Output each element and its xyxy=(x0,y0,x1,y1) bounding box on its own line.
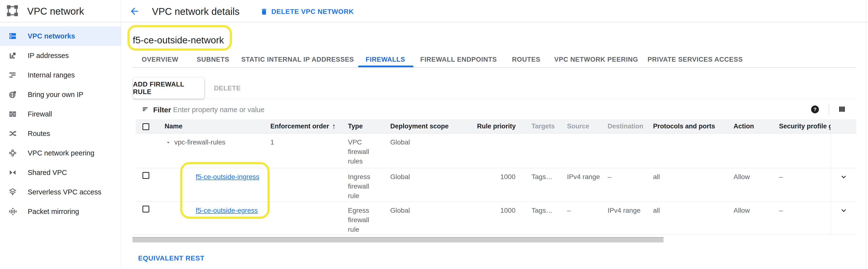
sidebar-item-internal-ranges[interactable]: Internal ranges xyxy=(0,65,121,85)
delete-vpc-network-label: DELETE VPC NETWORK xyxy=(271,8,354,16)
delete-vpc-network-button[interactable]: DELETE VPC NETWORK xyxy=(260,7,354,17)
add-firewall-rule-label: ADD FIREWALL RULE xyxy=(133,81,204,96)
routes-icon xyxy=(8,129,17,138)
cell-destination xyxy=(601,134,646,168)
cell-type: Egress firewall rule xyxy=(341,202,383,234)
column-display-options-icon[interactable] xyxy=(838,106,846,113)
sidebar-item-label: Serverless VPC access xyxy=(28,188,101,196)
delete-rule-button[interactable]: DELETE xyxy=(214,78,241,99)
help-icon[interactable]: ? xyxy=(811,106,819,113)
firewall-rule-link-ingress[interactable]: f5-ce-outside-ingress xyxy=(196,173,259,181)
column-header-enforcement-order[interactable]: Enforcement order ↑ xyxy=(264,119,341,133)
cell-select xyxy=(136,202,158,234)
sidebar-item-firewall[interactable]: Firewall xyxy=(0,104,121,124)
tab-private-services-access[interactable]: PRIVATE SERVICES ACCESS xyxy=(648,56,743,63)
add-firewall-rule-button[interactable]: ADD FIREWALL RULE xyxy=(133,78,204,99)
shared-vpc-icon xyxy=(8,168,17,177)
cell-security-profile-group: – xyxy=(772,168,831,201)
column-header-source[interactable]: Source xyxy=(560,119,601,133)
tab-firewall-endpoints[interactable]: FIREWALL ENDPOINTS xyxy=(420,56,497,63)
horizontal-scrollbar-thumb[interactable] xyxy=(132,237,663,242)
sort-ascending-icon: ↑ xyxy=(332,119,336,133)
cell-expander[interactable] xyxy=(831,202,856,234)
sidebar-item-serverless-vpc-access[interactable]: Serverless VPC access xyxy=(0,182,121,202)
table-header-row: Name Enforcement order ↑ Type Deployment… xyxy=(136,119,856,134)
column-header-rule-priority[interactable]: Rule priority xyxy=(477,119,519,133)
sidebar-item-label: Internal ranges xyxy=(28,71,75,79)
row-checkbox[interactable] xyxy=(143,172,149,179)
column-header-security-profile-group[interactable]: Security profile group xyxy=(772,119,831,133)
cell-action: Allow xyxy=(727,202,772,234)
column-header-action[interactable]: Action xyxy=(727,119,772,133)
sidebar-item-routes[interactable]: Routes xyxy=(0,124,121,143)
vpc-networks-icon xyxy=(8,32,17,41)
sidebar-item-label: Packet mirroring xyxy=(28,208,79,216)
cell-deployment-scope: Global xyxy=(383,134,477,168)
column-header-type[interactable]: Type xyxy=(341,119,383,133)
sidebar-item-shared-vpc[interactable]: Shared VPC xyxy=(0,163,121,182)
chevron-down-icon xyxy=(839,172,848,181)
table-row-f5-ce-outside-ingress: f5-ce-outside-ingress Ingress firewall r… xyxy=(136,168,856,202)
tab-routes[interactable]: ROUTES xyxy=(512,56,540,63)
cell-targets: Tags… xyxy=(519,168,560,201)
cell-targets: Tags… xyxy=(519,202,560,234)
cell-deployment-scope: Global xyxy=(383,168,477,201)
delete-rule-label: DELETE xyxy=(214,85,241,92)
toolbar-divider xyxy=(829,103,829,115)
tab-static-internal-ip-addresses[interactable]: STATIC INTERNAL IP ADDRESSES xyxy=(241,56,354,63)
sidebar-item-vpc-network-peering[interactable]: VPC network peering xyxy=(0,143,121,163)
filter-funnel-icon xyxy=(142,106,148,113)
chevron-down-icon xyxy=(839,206,848,215)
sidebar-item-label: IP addresses xyxy=(28,52,69,60)
cell-source: – xyxy=(560,202,601,234)
cell-source xyxy=(560,134,601,168)
tab-subnets[interactable]: SUBNETS xyxy=(197,56,229,63)
equivalent-rest-link[interactable]: EQUIVALENT REST xyxy=(138,254,205,262)
column-header-name[interactable]: Name xyxy=(158,119,264,133)
cell-protocols-ports: all xyxy=(646,168,727,201)
cell-expander[interactable] xyxy=(831,168,856,201)
toolbar-top-border xyxy=(136,99,856,99)
sidebar-item-label: VPC networks xyxy=(28,32,75,40)
sidebar-item-packet-mirroring[interactable]: Packet mirroring xyxy=(0,202,121,221)
cell-action xyxy=(727,134,772,168)
vpc-network-logo-icon xyxy=(6,4,19,17)
tab-overview[interactable]: OVERVIEW xyxy=(142,56,179,63)
select-all-checkbox[interactable] xyxy=(143,123,149,130)
trash-icon xyxy=(260,8,268,16)
internal-ranges-icon xyxy=(8,71,17,79)
filter-label: Filter xyxy=(153,106,171,114)
cell-targets xyxy=(519,134,560,168)
sidebar-item-bring-your-own-ip[interactable]: Bring your own IP xyxy=(0,85,121,104)
tab-firewalls[interactable]: FIREWALLS xyxy=(366,56,405,63)
sidebar-item-label: Firewall xyxy=(28,110,52,118)
column-header-deployment-scope[interactable]: Deployment scope xyxy=(383,119,477,133)
cell-protocols-ports xyxy=(646,134,727,168)
cell-group-name: vpc-firewall-rules xyxy=(158,134,264,168)
sidebar-item-ip-addresses[interactable]: IP addresses xyxy=(0,46,121,65)
tabs-divider xyxy=(133,67,856,68)
firewall-rule-link-egress[interactable]: f5-ce-outside-egress xyxy=(196,207,258,214)
window-scrollbar-edge xyxy=(866,0,866,269)
filter-input[interactable] xyxy=(173,104,538,115)
sidebar-item-label: Bring your own IP xyxy=(28,91,83,99)
group-name: vpc-firewall-rules xyxy=(174,137,225,147)
cell-rule-priority: 1000 xyxy=(477,168,519,201)
cell-destination: – xyxy=(601,168,646,201)
globe-icon xyxy=(8,90,17,99)
collapse-triangle-icon[interactable] xyxy=(165,139,172,146)
cell-type: VPC firewall rules xyxy=(341,134,383,168)
tab-vpc-network-peering[interactable]: VPC NETWORK PEERING xyxy=(554,56,638,63)
cell-deployment-scope: Global xyxy=(383,202,477,234)
sidebar-item-vpc-networks[interactable]: VPC networks xyxy=(0,26,121,46)
peering-icon xyxy=(8,149,17,157)
serverless-vpc-icon xyxy=(8,188,17,196)
back-button[interactable] xyxy=(129,6,140,17)
cell-security-profile-group xyxy=(772,134,831,168)
row-checkbox[interactable] xyxy=(143,206,149,213)
sidebar-item-label: VPC network peering xyxy=(28,149,94,157)
sidebar-item-label: Routes xyxy=(28,130,50,138)
column-header-targets[interactable]: Targets xyxy=(519,119,560,133)
column-header-destination[interactable]: Destination xyxy=(601,119,646,133)
column-header-protocols-ports[interactable]: Protocols and ports xyxy=(646,119,727,133)
